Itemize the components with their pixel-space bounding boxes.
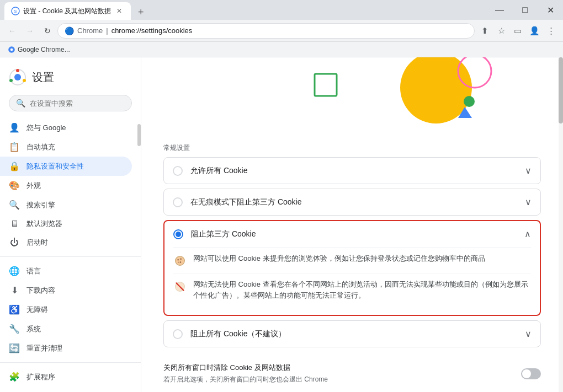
clear-on-close-desc: 若开启此选项，关闭所有窗口的同时您也会退出 Chrome	[163, 375, 328, 384]
svg-text:S: S	[14, 9, 17, 14]
search-bar[interactable]: 🔍	[9, 95, 132, 111]
maximize-button[interactable]: □	[512, 0, 538, 20]
settings-title: 设置	[32, 70, 54, 85]
option-block-third-party-header[interactable]: 阻止第三方 Cookie ∧	[164, 221, 540, 247]
sidebar-item-accessibility[interactable]: ♿ 无障碍	[0, 300, 132, 319]
accessibility-icon: ♿	[9, 304, 20, 315]
sidebar-item-browser[interactable]: 🖥 默认浏览器	[0, 214, 132, 233]
active-tab[interactable]: S 设置 - Cookie 及其他网站数据 ✕	[4, 2, 131, 20]
forward-button[interactable]: →	[22, 23, 38, 39]
main-layout: 设置 🔍 👤 您与 Google 📋 自动填充 🔒 隐私设置和安全性 🎨	[0, 57, 563, 392]
tab-title: 设置 - Cookie 及其他网站数据	[23, 7, 111, 16]
sub-option-blocked-text: 网站无法使用 Cookie 查看您在各个不同网站上的浏览活动，因而无法实现某些功…	[193, 279, 531, 300]
section-label: 常规设置	[163, 135, 541, 157]
back-button[interactable]: ←	[4, 23, 20, 39]
bookmark-label: Google Chrome...	[18, 46, 70, 53]
sidebar-item-language-label: 语言	[26, 266, 41, 276]
share-button[interactable]: ⬆	[477, 23, 492, 39]
sidebar-item-accessibility-label: 无障碍	[26, 305, 48, 315]
svg-point-8	[9, 79, 13, 82]
power-icon: ⏻	[9, 238, 20, 248]
sidebar-item-startup-label: 启动时	[26, 238, 48, 248]
svg-point-17	[180, 258, 182, 260]
svg-point-6	[16, 69, 19, 72]
sidebar-item-system-label: 系统	[26, 324, 41, 334]
option-allow-all[interactable]: 允许所有 Cookie ∨	[163, 157, 541, 184]
divider2	[0, 362, 141, 363]
svg-point-3	[10, 48, 13, 51]
option-block-third-party-body: 网站可以使用 Cookie 来提升您的浏览体验，例如让您保持登录状态或记住您购物…	[164, 247, 540, 315]
address-url: chrome://settings/cookies	[111, 26, 193, 35]
window-controls: — □ ✕	[487, 0, 563, 20]
close-button[interactable]: ✕	[538, 0, 563, 20]
radio-block-all[interactable]	[173, 329, 183, 339]
sidebar-item-extensions-label: 扩展程序	[26, 372, 55, 382]
minimize-button[interactable]: —	[487, 0, 512, 20]
reload-button[interactable]: ↻	[40, 23, 55, 39]
clear-on-close-section: 关闭所有窗口时清除 Cookie 及网站数据 若开启此选项，关闭所有窗口的同时您…	[163, 356, 541, 391]
option-incognito[interactable]: 在无痕模式下阻止第三方 Cookie ∨	[163, 189, 541, 216]
sidebar-button[interactable]: ▭	[510, 23, 525, 39]
sidebar-item-appearance-label: 外观	[26, 181, 41, 191]
svg-rect-9	[315, 74, 337, 96]
svg-point-19	[178, 262, 179, 263]
sidebar-item-download[interactable]: ⬇ 下载内容	[0, 281, 132, 300]
system-icon: 🔧	[9, 324, 20, 334]
sidebar-item-browser-label: 默认浏览器	[26, 219, 62, 229]
content-area: 常规设置 允许所有 Cookie ∨ 在无痕模式下阻止第三方 Cookie ∨	[141, 57, 563, 392]
radio-block-third-party[interactable]	[173, 229, 183, 239]
clear-on-close-toggle[interactable]	[521, 368, 541, 379]
address-bar[interactable]: 🔵 Chrome | chrome://settings/cookies	[57, 23, 475, 39]
reset-icon: 🔄	[9, 343, 20, 353]
sidebar-item-autofill[interactable]: 📋 自动填充	[0, 137, 132, 157]
account-button[interactable]: 👤	[527, 23, 542, 39]
radio-incognito[interactable]	[173, 197, 183, 207]
sidebar-nav: 👤 您与 Google 📋 自动填充 🔒 隐私设置和安全性 🎨 外观 🔍 搜索引…	[0, 116, 141, 389]
content-scrollbar[interactable]	[559, 57, 563, 392]
blocked-cookie-icon	[173, 280, 187, 293]
option-block-all-left: 阻止所有 Cookie（不建议）	[173, 329, 286, 339]
sidebar-item-google[interactable]: 👤 您与 Google	[0, 118, 132, 137]
bookmark-chrome[interactable]: Google Chrome...	[4, 45, 73, 55]
sidebar-item-extensions[interactable]: 🧩 扩展程序	[0, 367, 132, 386]
option-allow-all-label: 允许所有 Cookie	[190, 166, 247, 176]
shield-icon: 🔒	[9, 161, 20, 171]
sidebar-item-search[interactable]: 🔍 搜索引擎	[0, 195, 132, 214]
sidebar-item-system[interactable]: 🔧 系统	[0, 319, 132, 339]
option-block-all-label: 阻止所有 Cookie（不建议）	[190, 329, 286, 339]
svg-point-7	[23, 79, 26, 82]
option-incognito-left: 在无痕模式下阻止第三方 Cookie	[173, 197, 301, 207]
person-icon: 👤	[9, 122, 20, 133]
new-tab-button[interactable]: +	[133, 4, 148, 20]
sidebar-item-privacy[interactable]: 🔒 隐私设置和安全性	[0, 157, 132, 176]
sidebar-item-autofill-label: 自动填充	[26, 142, 55, 152]
option-block-all[interactable]: 阻止所有 Cookie（不建议） ∨	[163, 320, 541, 347]
sidebar-item-google-label: 您与 Google	[26, 123, 66, 133]
menu-button[interactable]: ⋮	[543, 23, 559, 39]
sidebar-scrollbar[interactable]	[137, 57, 141, 392]
radio-allow-all[interactable]	[173, 166, 183, 176]
clear-on-close-title: 关闭所有窗口时清除 Cookie 及网站数据	[163, 363, 328, 373]
sub-option-cookie-text: 网站可以使用 Cookie 来提升您的浏览体验，例如让您保持登录状态或记住您购物…	[193, 253, 485, 264]
chevron-incognito-icon: ∨	[525, 197, 532, 207]
option-block-third-party[interactable]: 阻止第三方 Cookie ∧	[163, 220, 541, 316]
nav-actions: ⬆ ☆ ▭ 👤 ⋮	[477, 23, 559, 39]
sidebar-item-startup[interactable]: ⏻ 启动时	[0, 233, 132, 252]
search-input[interactable]	[30, 99, 125, 108]
tab-close-button[interactable]: ✕	[114, 6, 124, 16]
svg-point-12	[464, 96, 475, 107]
chevron-block-all-icon: ∨	[525, 329, 532, 339]
sidebar-item-search-label: 搜索引擎	[26, 200, 55, 210]
sidebar-item-language[interactable]: 🌐 语言	[0, 261, 132, 281]
bookmarks-bar: Google Chrome...	[0, 42, 563, 57]
chrome-icon	[8, 46, 15, 53]
bookmark-button[interactable]: ☆	[493, 23, 509, 39]
illustration	[163, 57, 541, 135]
option-allow-all-left: 允许所有 Cookie	[173, 166, 247, 176]
sidebar-item-reset[interactable]: 🔄 重置并清理	[0, 339, 132, 358]
extensions-icon: 🧩	[9, 372, 20, 382]
search-icon: 🔍	[16, 99, 25, 108]
sidebar-item-appearance[interactable]: 🎨 外观	[0, 176, 132, 195]
option-block-third-party-left: 阻止第三方 Cookie	[173, 229, 256, 239]
sidebar-item-privacy-label: 隐私设置和安全性	[26, 162, 84, 171]
